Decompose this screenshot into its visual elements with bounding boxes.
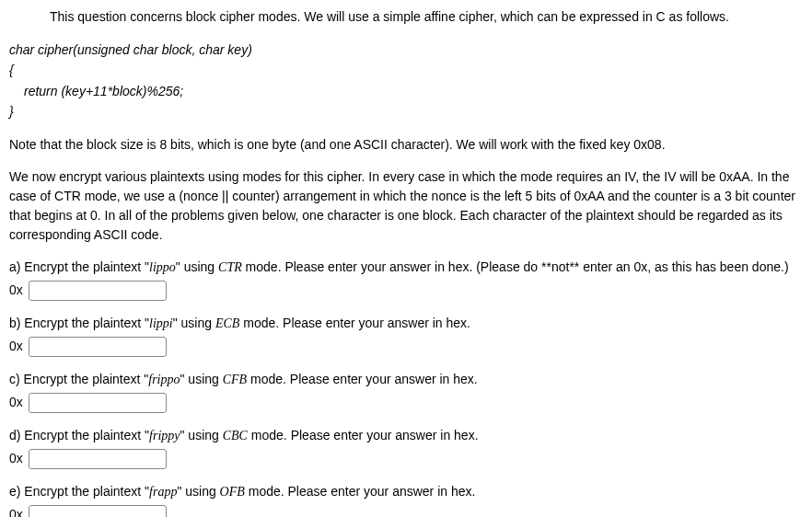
subquestion-b-text: b) Encrypt the plaintext "lippi" using E…: [9, 314, 803, 333]
b-post: mode. Please enter your answer in hex.: [239, 316, 470, 330]
b-answer-input[interactable]: [29, 337, 167, 357]
d-answer-input[interactable]: [29, 449, 167, 469]
a-answer-input[interactable]: [29, 281, 167, 301]
subquestion-d-text: d) Encrypt the plaintext "frippy" using …: [9, 426, 803, 445]
e-mid: " using: [177, 484, 219, 499]
intro-text: This question concerns block cipher mode…: [50, 9, 729, 24]
c-mid: " using: [180, 372, 223, 386]
a-input-row: 0x: [9, 281, 803, 301]
c-plaintext: frippo: [148, 373, 180, 386]
e-answer-input[interactable]: [29, 505, 167, 517]
b-prefix: 0x: [9, 337, 23, 356]
e-pre: e) Encrypt the plaintext ": [9, 484, 149, 499]
c-answer-input[interactable]: [29, 393, 167, 413]
note-paragraph: Note that the block size is 8 bits, whic…: [9, 135, 803, 155]
b-mode: ECB: [215, 316, 239, 330]
subquestion-c-text: c) Encrypt the plaintext "frippo" using …: [9, 370, 803, 389]
subquestion-a-text: a) Encrypt the plaintext "lippo" using C…: [9, 258, 803, 277]
a-mid: " using: [176, 259, 218, 274]
subquestion-b: b) Encrypt the plaintext "lippi" using E…: [9, 314, 803, 357]
e-prefix: 0x: [9, 505, 23, 517]
c-pre: c) Encrypt the plaintext ": [9, 372, 148, 386]
c-mode: CFB: [223, 373, 247, 386]
a-plaintext: lippo: [149, 260, 176, 274]
b-plaintext: lippi: [149, 316, 173, 330]
a-prefix: 0x: [9, 281, 23, 300]
c-post: mode. Please enter your answer in hex.: [247, 372, 478, 386]
e-post: mode. Please enter your answer in hex.: [245, 484, 476, 499]
e-plaintext: frapp: [149, 485, 177, 499]
b-pre: b) Encrypt the plaintext ": [9, 316, 149, 330]
d-plaintext: frippy: [149, 429, 180, 442]
e-mode: OFB: [220, 485, 245, 499]
code-body: return (key+11*block)%256;: [9, 81, 803, 101]
subquestion-e-text: e) Encrypt the plaintext "frapp" using O…: [9, 482, 803, 501]
setup-text: We now encrypt various plaintexts using …: [9, 169, 795, 242]
c-prefix: 0x: [9, 393, 23, 412]
d-mid: " using: [180, 428, 223, 442]
setup-paragraph: We now encrypt various plaintexts using …: [9, 167, 803, 245]
b-mid: " using: [173, 316, 215, 330]
c-input-row: 0x: [9, 393, 803, 413]
note-text: Note that the block size is 8 bits, whic…: [9, 137, 666, 152]
d-pre: d) Encrypt the plaintext ": [9, 428, 149, 442]
code-open-brace: {: [9, 60, 803, 80]
b-input-row: 0x: [9, 337, 803, 357]
d-mode: CBC: [223, 429, 248, 442]
question-intro: This question concerns block cipher mode…: [50, 7, 803, 27]
code-block: char cipher(unsigned char block, char ke…: [9, 40, 803, 122]
subquestion-a: a) Encrypt the plaintext "lippo" using C…: [9, 258, 803, 301]
d-input-row: 0x: [9, 449, 803, 469]
d-prefix: 0x: [9, 449, 23, 468]
a-post: mode. Please enter your answer in hex. (…: [242, 259, 789, 274]
a-pre: a) Encrypt the plaintext ": [9, 259, 149, 274]
code-signature: char cipher(unsigned char block, char ke…: [9, 40, 803, 60]
subquestion-c: c) Encrypt the plaintext "frippo" using …: [9, 370, 803, 413]
a-mode: CTR: [218, 260, 242, 274]
d-post: mode. Please enter your answer in hex.: [248, 428, 479, 442]
subquestion-d: d) Encrypt the plaintext "frippy" using …: [9, 426, 803, 469]
subquestion-e: e) Encrypt the plaintext "frapp" using O…: [9, 482, 803, 517]
e-input-row: 0x: [9, 505, 803, 517]
code-close-brace: }: [9, 101, 803, 121]
